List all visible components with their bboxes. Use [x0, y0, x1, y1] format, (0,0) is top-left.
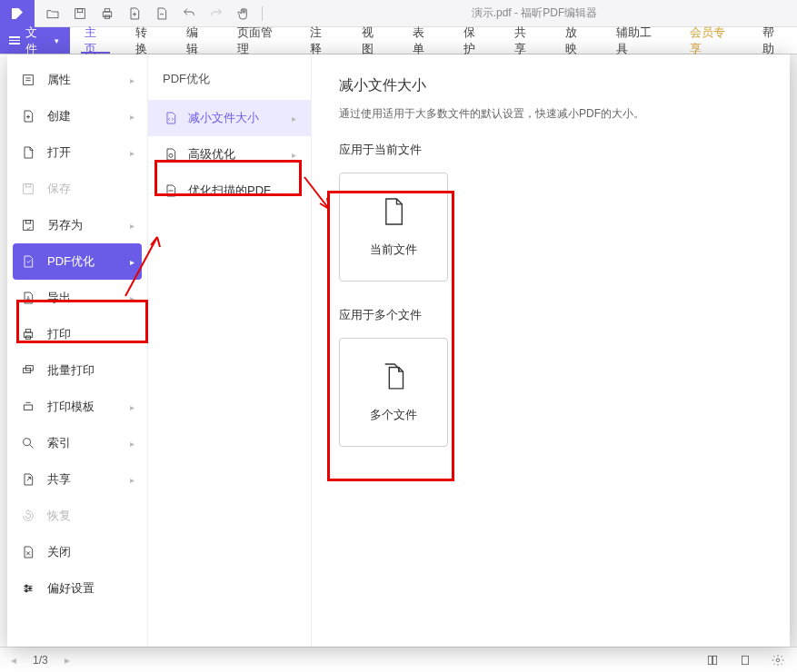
print-icon[interactable]: [95, 3, 120, 25]
svg-rect-3: [105, 8, 109, 11]
svg-rect-7: [25, 184, 30, 187]
batchprint-icon: [20, 362, 36, 379]
file-menu-preferences[interactable]: 偏好设置: [7, 570, 147, 607]
ribbon-tab-edit[interactable]: 编辑: [172, 27, 223, 54]
svg-rect-9: [25, 221, 30, 223]
file-menu-print[interactable]: 打印: [7, 316, 147, 352]
ribbon-tab-convert[interactable]: 转换: [121, 27, 172, 54]
submenu-reduce-size[interactable]: 减小文件大小▸: [148, 100, 311, 136]
chevron-right-icon: ▸: [292, 150, 296, 160]
svg-rect-0: [75, 8, 85, 18]
ribbon-tab-annotate[interactable]: 注释: [295, 27, 346, 54]
redo-icon[interactable]: [204, 3, 229, 25]
submenu-scan-optimize[interactable]: 优化扫描的PDF: [148, 173, 311, 209]
file-menu-close[interactable]: 关闭: [7, 534, 147, 570]
ribbon-tab-home[interactable]: 主页: [70, 27, 121, 54]
undo-icon[interactable]: [176, 3, 202, 25]
app-logo[interactable]: [0, 0, 35, 27]
file-menu-share[interactable]: 共享▸: [7, 461, 147, 498]
reduce-icon: [163, 110, 179, 126]
ribbon: 文件 ▾ 主页 转换 编辑 页面管理 注释 视图 表单 保护 共享 放映 辅助工…: [0, 27, 797, 54]
chevron-right-icon: ▸: [130, 402, 134, 412]
share-file-icon: [20, 471, 36, 488]
svg-rect-10: [24, 332, 32, 337]
save-icon[interactable]: [67, 3, 93, 25]
file-menu-properties[interactable]: 属性▸: [7, 62, 147, 98]
svg-point-19: [25, 589, 28, 592]
ribbon-tab-form[interactable]: 表单: [398, 27, 449, 54]
file-menu-save: 保存: [7, 171, 147, 207]
ribbon-tab-tools[interactable]: 辅助工具: [602, 27, 674, 54]
ribbon-file-label: 文件: [25, 25, 45, 57]
file-menu-index[interactable]: 索引▸: [7, 425, 147, 461]
svg-point-18: [29, 588, 32, 590]
window-title: 演示.pdf - 福昕PDF编辑器: [272, 5, 797, 21]
ribbon-tab-protect[interactable]: 保护: [449, 27, 500, 54]
file-menu-restore: 恢复: [7, 498, 147, 534]
template-icon: [20, 399, 36, 415]
detail-description: 通过使用适用于大多数文件的默认设置，快速减小PDF的大小。: [339, 106, 762, 122]
ribbon-file-tab[interactable]: 文件 ▾: [0, 27, 70, 54]
file-menu-create[interactable]: 创建▸: [7, 98, 147, 134]
svg-point-17: [25, 585, 28, 588]
create-icon: [20, 108, 36, 124]
svg-rect-2: [103, 12, 111, 16]
svg-point-20: [169, 153, 173, 157]
section-multi-file: 应用于多个文件: [339, 307, 762, 323]
ribbon-tab-help[interactable]: 帮助: [748, 27, 797, 54]
saveas-icon: [20, 217, 36, 233]
ribbon-tab-view[interactable]: 视图: [347, 27, 398, 54]
sb-page-icon[interactable]: [737, 652, 753, 668]
single-file-icon: [381, 196, 406, 227]
svg-rect-1: [77, 8, 82, 12]
open-file-icon: [20, 144, 36, 161]
file-menu-list: 属性▸ 创建▸ 打开▸ 保存 另存为▸ PDF优化▸ 导出▸ 打印 批量打印 打…: [7, 54, 148, 647]
file-detail-pane: 减小文件大小 通过使用适用于大多数文件的默认设置，快速减小PDF的大小。 应用于…: [312, 54, 790, 647]
card-current-file[interactable]: 当前文件: [339, 173, 448, 282]
file-menu-printtemplate[interactable]: 打印模板▸: [7, 389, 147, 425]
close-file-icon: [20, 544, 36, 560]
ribbon-tab-present[interactable]: 放映: [551, 27, 602, 54]
preferences-icon: [20, 580, 36, 597]
page-indicator[interactable]: 1/3: [33, 654, 48, 667]
multi-file-icon: [381, 361, 406, 392]
save-file-icon: [20, 181, 36, 197]
scan-icon: [163, 183, 179, 199]
ribbon-tab-vip[interactable]: 会员专享: [675, 27, 748, 54]
submenu-title: PDF优化: [148, 71, 311, 100]
chevron-right-icon: ▸: [130, 439, 134, 449]
ribbon-tab-page[interactable]: 页面管理: [223, 27, 295, 54]
card-multi-file[interactable]: 多个文件: [339, 338, 448, 447]
file-menu-open[interactable]: 打开▸: [7, 134, 147, 171]
svg-rect-23: [742, 656, 749, 664]
sb-layout-icon[interactable]: [704, 652, 721, 668]
statusbar: ◂ 1/3 ▸: [0, 647, 797, 672]
page-add-icon[interactable]: [122, 3, 147, 25]
chevron-right-icon: ▸: [130, 148, 134, 158]
svg-rect-5: [24, 75, 34, 85]
hamburger-icon: [9, 36, 20, 44]
sb-settings-icon[interactable]: [770, 652, 786, 668]
open-icon[interactable]: [40, 3, 65, 25]
submenu-advanced[interactable]: 高级优化▸: [148, 136, 311, 173]
page-remove-icon[interactable]: [149, 3, 174, 25]
card-label: 多个文件: [370, 407, 417, 423]
chevron-right-icon: ▸: [130, 475, 134, 485]
card-label: 当前文件: [370, 242, 417, 258]
svg-point-24: [776, 658, 780, 662]
hand-icon[interactable]: [231, 3, 256, 25]
ribbon-tab-share[interactable]: 共享: [500, 27, 551, 54]
section-current-file: 应用于当前文件: [339, 142, 762, 158]
titlebar: 演示.pdf - 福昕PDF编辑器: [0, 0, 797, 27]
svg-rect-11: [25, 330, 30, 332]
file-menu-batchprint[interactable]: 批量打印: [7, 352, 147, 389]
restore-icon: [20, 508, 36, 524]
detail-heading: 减小文件大小: [339, 76, 762, 95]
export-icon: [20, 290, 36, 306]
file-menu-panel: 属性▸ 创建▸ 打开▸ 保存 另存为▸ PDF优化▸ 导出▸ 打印 批量打印 打…: [7, 54, 790, 647]
chevron-right-icon: ▸: [292, 114, 296, 124]
optimize-icon: [20, 253, 36, 270]
right-edge-strip: [790, 54, 797, 647]
svg-point-16: [24, 439, 31, 446]
svg-rect-15: [24, 405, 32, 410]
